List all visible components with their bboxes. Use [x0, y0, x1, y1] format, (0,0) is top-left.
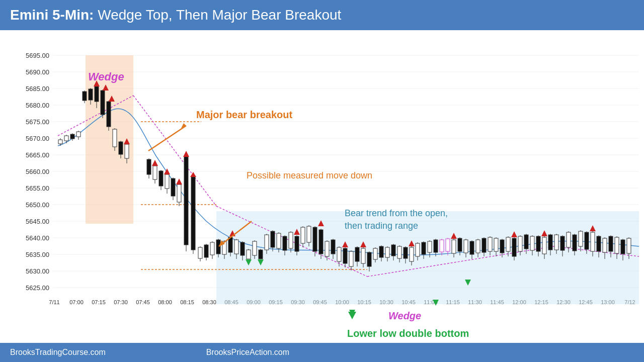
- svg-rect-177: [355, 247, 359, 261]
- svg-rect-108: [159, 171, 163, 186]
- svg-rect-98: [119, 142, 123, 154]
- svg-rect-194: [404, 247, 408, 258]
- svg-rect-261: [585, 232, 589, 249]
- chart-area: 5695.00 5690.00 5685.00 5680.00 5675.00 …: [0, 30, 644, 343]
- svg-rect-237: [518, 236, 522, 251]
- svg-rect-163: [319, 230, 323, 254]
- svg-rect-213: [452, 240, 456, 253]
- svg-rect-170: [337, 247, 341, 261]
- svg-rect-149: [283, 236, 287, 250]
- footer-left: BrooksTradingCourse.com: [10, 348, 106, 357]
- svg-rect-122: [210, 242, 214, 255]
- svg-rect-167: [331, 240, 335, 254]
- svg-rect-197: [410, 247, 414, 261]
- svg-rect-267: [603, 238, 607, 252]
- svg-rect-100: [125, 144, 129, 158]
- svg-text:5675.00: 5675.00: [26, 118, 49, 126]
- svg-rect-192: [397, 246, 401, 258]
- svg-rect-233: [506, 237, 510, 251]
- svg-rect-158: [307, 226, 311, 242]
- svg-text:5625.00: 5625.00: [26, 284, 49, 292]
- svg-rect-71: [64, 136, 68, 141]
- svg-text:07:45: 07:45: [136, 299, 150, 305]
- svg-rect-184: [373, 248, 377, 259]
- svg-rect-79: [89, 89, 93, 100]
- svg-rect-248: [548, 235, 552, 250]
- svg-text:Wedge: Wedge: [388, 310, 421, 321]
- svg-rect-113: [171, 178, 175, 196]
- svg-text:Wedge: Wedge: [88, 70, 124, 83]
- svg-rect-215: [458, 238, 462, 251]
- svg-rect-93: [191, 177, 195, 250]
- svg-rect-115: [177, 185, 181, 202]
- svg-rect-254: [567, 232, 571, 247]
- svg-text:5635.00: 5635.00: [26, 251, 49, 258]
- svg-text:5690.00: 5690.00: [26, 68, 49, 76]
- svg-rect-90: [184, 157, 188, 245]
- svg-rect-190: [391, 245, 395, 256]
- svg-rect-59: [216, 211, 639, 304]
- svg-rect-147: [277, 233, 281, 248]
- svg-rect-129: [228, 237, 232, 252]
- svg-rect-250: [554, 235, 558, 250]
- svg-text:5655.00: 5655.00: [26, 185, 49, 192]
- svg-text:7/11: 7/11: [49, 299, 59, 305]
- svg-rect-173: [343, 248, 347, 263]
- svg-text:Lower low double bottom: Lower low double bottom: [347, 328, 469, 339]
- svg-text:5645.00: 5645.00: [26, 218, 49, 225]
- svg-rect-152: [289, 232, 293, 248]
- svg-rect-131: [234, 240, 238, 254]
- svg-rect-96: [113, 129, 117, 147]
- svg-rect-252: [560, 236, 565, 250]
- svg-rect-275: [627, 238, 631, 253]
- svg-rect-77: [83, 92, 87, 101]
- svg-rect-258: [579, 231, 583, 246]
- svg-rect-81: [95, 86, 99, 102]
- svg-rect-120: [204, 245, 208, 257]
- svg-text:07:00: 07:00: [69, 299, 84, 305]
- svg-rect-246: [542, 237, 546, 254]
- svg-rect-118: [198, 247, 202, 258]
- page-header: Emini 5-Min: Wedge Top, Then Major Bear …: [0, 0, 644, 30]
- svg-rect-256: [573, 235, 577, 251]
- svg-rect-265: [597, 236, 601, 251]
- svg-text:5650.00: 5650.00: [26, 201, 49, 209]
- svg-rect-226: [488, 237, 492, 251]
- svg-rect-175: [349, 251, 353, 266]
- svg-rect-204: [428, 241, 432, 252]
- svg-rect-161: [313, 227, 317, 251]
- svg-rect-143: [265, 235, 269, 250]
- svg-text:5680.00: 5680.00: [26, 102, 49, 109]
- svg-text:Possible measured move down: Possible measured move down: [247, 170, 372, 180]
- svg-text:08:00: 08:00: [158, 299, 172, 305]
- svg-text:5630.00: 5630.00: [26, 267, 49, 275]
- svg-rect-244: [536, 236, 540, 251]
- svg-rect-87: [107, 102, 111, 127]
- svg-rect-84: [101, 90, 105, 115]
- svg-rect-230: [500, 240, 504, 253]
- svg-text:08:30: 08:30: [202, 299, 216, 305]
- header-title: Emini 5-Min: Wedge Top, Then Major Bear …: [10, 7, 341, 23]
- svg-rect-271: [615, 237, 619, 253]
- footer-right: BrooksPriceAction.com: [206, 348, 289, 357]
- svg-text:Bear trend from the open,: Bear trend from the open,: [345, 208, 448, 218]
- svg-rect-202: [422, 242, 426, 254]
- svg-rect-239: [524, 235, 528, 249]
- svg-rect-218: [464, 240, 468, 253]
- svg-rect-156: [301, 227, 305, 243]
- svg-rect-141: [259, 250, 263, 259]
- svg-rect-69: [58, 140, 62, 144]
- svg-text:5665.00: 5665.00: [26, 151, 49, 159]
- svg-rect-186: [379, 246, 383, 257]
- svg-rect-180: [361, 248, 365, 263]
- svg-text:5685.00: 5685.00: [26, 85, 49, 93]
- svg-rect-224: [482, 238, 486, 252]
- svg-rect-136: [247, 250, 251, 259]
- svg-rect-133: [240, 242, 245, 255]
- svg-rect-124: [216, 240, 220, 254]
- svg-rect-228: [494, 238, 498, 251]
- svg-rect-75: [76, 132, 80, 137]
- svg-rect-269: [609, 236, 613, 251]
- svg-rect-154: [295, 236, 299, 251]
- svg-text:then trading range: then trading range: [345, 221, 418, 231]
